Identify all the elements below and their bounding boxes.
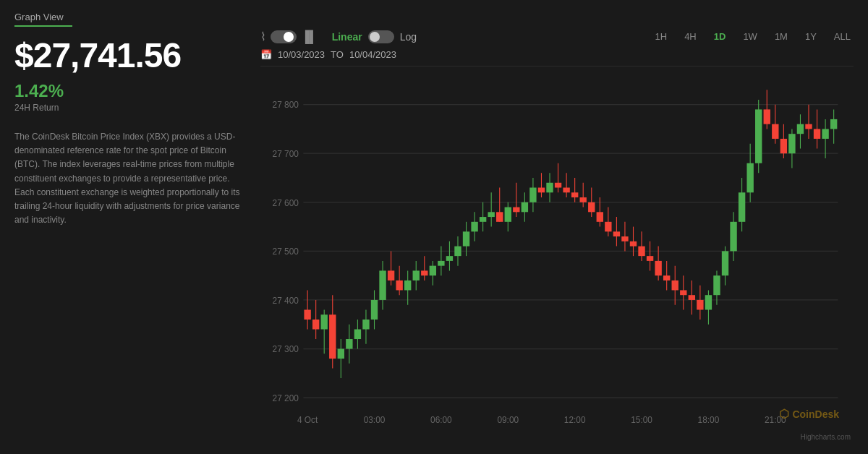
svg-rect-65: [513, 207, 519, 213]
svg-rect-119: [739, 192, 745, 222]
svg-rect-29: [362, 320, 369, 330]
svg-rect-43: [421, 270, 427, 275]
svg-rect-111: [705, 295, 712, 309]
time-range-selector: 1H 4H 1D 1W 1M 1Y ALL: [652, 30, 854, 43]
date-from: 10/03/2023: [278, 49, 325, 60]
svg-rect-77: [563, 188, 569, 193]
svg-rect-131: [788, 134, 795, 153]
highcharts-credit: Highcharts.com: [801, 433, 851, 441]
coindesk-text: CoinDesk: [792, 408, 839, 420]
svg-text:06:00: 06:00: [430, 415, 452, 426]
svg-rect-55: [471, 222, 477, 232]
svg-rect-51: [454, 247, 461, 257]
log-switch[interactable]: [368, 30, 394, 43]
svg-rect-53: [463, 231, 469, 246]
svg-rect-91: [621, 236, 628, 241]
svg-rect-133: [797, 124, 804, 134]
time-all[interactable]: ALL: [831, 30, 854, 43]
svg-rect-123: [755, 109, 762, 163]
time-1y[interactable]: 1Y: [802, 30, 820, 43]
svg-rect-41: [413, 270, 420, 280]
svg-rect-73: [546, 183, 553, 193]
svg-rect-121: [746, 163, 753, 193]
svg-text:27 800: 27 800: [273, 100, 299, 111]
calendar-icon: 📅: [260, 49, 272, 60]
bar-chart-icon: ▐▌: [301, 30, 318, 43]
date-to: 10/04/2023: [349, 49, 396, 60]
svg-rect-101: [663, 275, 670, 280]
svg-rect-99: [655, 261, 661, 275]
svg-rect-85: [597, 212, 603, 222]
svg-text:27 400: 27 400: [273, 295, 299, 306]
svg-text:27 600: 27 600: [273, 197, 299, 208]
svg-rect-109: [697, 300, 703, 310]
svg-rect-141: [830, 119, 837, 129]
svg-text:15:00: 15:00: [631, 415, 652, 426]
svg-rect-107: [689, 295, 695, 300]
svg-rect-23: [338, 349, 344, 359]
svg-rect-75: [555, 183, 561, 188]
svg-rect-129: [780, 139, 787, 153]
svg-rect-87: [605, 222, 611, 232]
chart-type-toggle[interactable]: ⌇ ▐▌: [260, 30, 318, 43]
svg-rect-35: [388, 270, 394, 280]
svg-rect-127: [772, 124, 778, 139]
svg-rect-15: [304, 309, 310, 320]
svg-rect-17: [312, 320, 319, 330]
svg-rect-113: [713, 275, 720, 295]
svg-text:03:00: 03:00: [364, 415, 386, 426]
time-1m[interactable]: 1M: [772, 30, 791, 43]
svg-rect-45: [430, 266, 436, 276]
svg-rect-115: [722, 251, 728, 275]
return-percentage: 1.42%: [14, 81, 246, 101]
time-1h[interactable]: 1H: [652, 30, 671, 43]
svg-rect-81: [580, 197, 587, 202]
svg-rect-19: [321, 314, 328, 329]
graph-view-label: Graph View: [14, 12, 72, 27]
time-1w[interactable]: 1W: [740, 30, 760, 43]
return-label: 24H Return: [14, 103, 246, 113]
candlestick-chart: 27 20027 30027 40027 50027 60027 70027 8…: [260, 66, 854, 442]
price-display: $27,741.56: [14, 35, 246, 75]
svg-rect-47: [438, 261, 444, 266]
svg-rect-79: [571, 192, 578, 197]
svg-rect-25: [346, 339, 352, 349]
line-chart-icon: ⌇: [260, 30, 266, 43]
svg-rect-39: [404, 280, 411, 291]
svg-rect-95: [638, 247, 644, 257]
coindesk-watermark: ⬡ CoinDesk: [779, 407, 839, 421]
svg-rect-67: [522, 202, 528, 213]
svg-rect-117: [730, 222, 736, 252]
svg-rect-31: [371, 300, 378, 320]
date-range: 📅 10/03/2023 TO 10/04/2023: [260, 49, 854, 60]
svg-rect-71: [538, 188, 545, 193]
chart-type-switch[interactable]: [271, 30, 297, 43]
chart-controls: ⌇ ▐▌ Linear Log 1H 4H 1D: [260, 30, 854, 43]
svg-rect-27: [354, 330, 361, 340]
svg-rect-83: [588, 202, 595, 213]
svg-rect-49: [446, 256, 453, 261]
svg-rect-137: [814, 129, 820, 139]
svg-text:27 700: 27 700: [273, 148, 299, 159]
index-description: The CoinDesk Bitcoin Price Index (XBX) p…: [14, 130, 246, 227]
svg-rect-103: [672, 280, 678, 291]
log-label: Log: [400, 31, 417, 43]
svg-text:12:00: 12:00: [564, 415, 586, 426]
time-1d[interactable]: 1D: [711, 30, 729, 43]
linear-label: Linear: [332, 31, 362, 43]
linear-log-toggle[interactable]: Linear Log: [332, 30, 417, 43]
svg-rect-61: [496, 212, 503, 222]
svg-rect-63: [505, 207, 511, 222]
time-4h[interactable]: 4H: [681, 30, 699, 43]
svg-rect-37: [396, 280, 402, 291]
svg-rect-135: [805, 124, 812, 129]
svg-rect-89: [613, 231, 620, 236]
svg-text:18:00: 18:00: [698, 415, 720, 426]
svg-rect-105: [680, 290, 686, 295]
svg-rect-69: [529, 188, 536, 202]
svg-text:27 200: 27 200: [273, 393, 299, 403]
svg-rect-139: [822, 129, 828, 139]
svg-rect-97: [647, 256, 653, 261]
svg-rect-59: [488, 212, 494, 217]
date-to-label: TO: [331, 49, 344, 60]
